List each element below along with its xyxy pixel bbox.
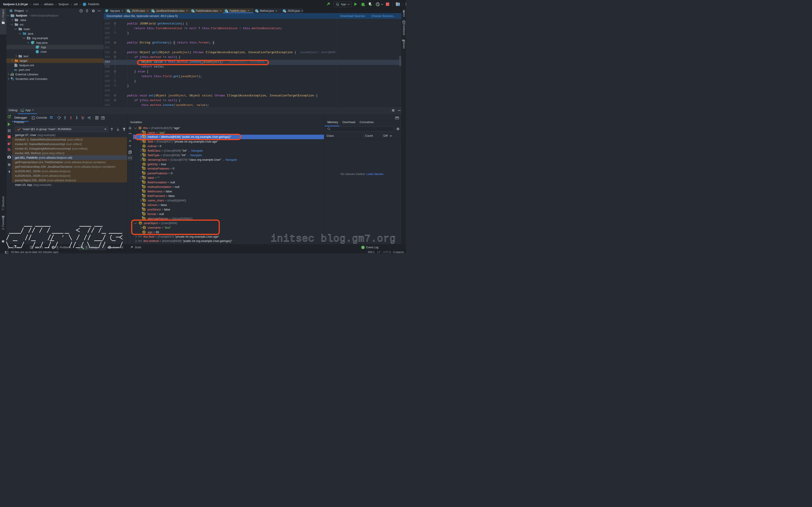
svg-text:1: 1	[362, 246, 364, 249]
svg-text:C: C	[32, 42, 33, 44]
svg-text:C: C	[37, 46, 38, 48]
svg-text:C: C	[37, 51, 38, 53]
